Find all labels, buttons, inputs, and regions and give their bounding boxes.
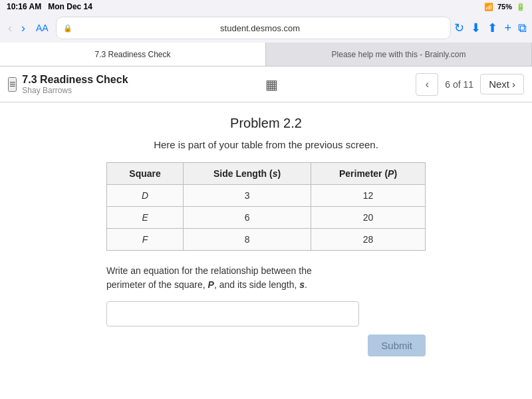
submit-button-container: Submit [173, 334, 426, 356]
data-table: Square Side Length (s) Perimeter (P) D31… [106, 162, 426, 251]
table-cell-perimeter: 12 [311, 185, 426, 207]
browser-back-button[interactable]: ‹ [5, 20, 15, 37]
page-counter: 6 of 11 [442, 79, 476, 90]
header-subtitle: Shay Barrows [22, 86, 128, 95]
content-area: Problem 2.2 Here is part of your table f… [0, 102, 532, 399]
table-cell-square: F [107, 229, 184, 251]
status-bar: 10:16 AM Mon Dec 14 📶 75% 🔋 [0, 0, 532, 13]
table-header-square: Square [107, 163, 184, 185]
share-button[interactable]: ⬆ [487, 21, 497, 35]
table-cell-side: 8 [184, 229, 311, 251]
equation-prompt: Write an equation for the relationship b… [106, 264, 426, 292]
status-left: 10:16 AM Mon Dec 14 [7, 2, 92, 11]
wifi-icon: 📶 [484, 3, 493, 11]
battery-icon: 🔋 [516, 3, 525, 11]
table-header-side: Side Length (s) [184, 163, 311, 185]
header-left: ≡ 7.3 Readiness Check Shay Barrows [8, 74, 128, 95]
calculator-icon[interactable]: ▦ [265, 76, 278, 92]
problem-title: Problem 2.2 [20, 116, 512, 131]
lock-icon: 🔒 [63, 24, 72, 33]
reader-mode-button[interactable]: AA [32, 21, 53, 35]
page-header: ≡ 7.3 Readiness Check Shay Barrows ▦ ‹ 6… [0, 66, 532, 102]
table-cell-perimeter: 20 [311, 207, 426, 229]
equation-section: Write an equation for the relationship b… [106, 264, 426, 356]
toolbar-icons: ↻ ⬇ ⬆ + ⧉ [454, 21, 527, 35]
status-right: 📶 75% 🔋 [484, 3, 525, 11]
address-bar[interactable]: 🔒 student.desmos.com [57, 17, 451, 39]
next-button-label: Next [489, 78, 509, 90]
new-tab-button[interactable]: + [504, 21, 511, 35]
url-text: student.desmos.com [76, 23, 444, 33]
next-arrow-icon: › [512, 78, 515, 90]
battery-indicator: 75% [497, 3, 512, 11]
problem-description: Here is part of your table from the prev… [20, 139, 512, 150]
reload-button[interactable]: ↻ [454, 21, 464, 35]
prev-page-button[interactable]: ‹ [416, 73, 438, 96]
tabs-bar: 7.3 Readiness Check Please help me with … [0, 43, 532, 66]
browser-chrome: ‹ › AA 🔒 student.desmos.com ↻ ⬇ ⬆ + ⧉ [0, 13, 532, 43]
header-right: ‹ 6 of 11 Next › [416, 73, 524, 96]
tab-readiness-check[interactable]: 7.3 Readiness Check [0, 43, 266, 66]
tab-brainly-label: Please help me with this - Brainly.com [332, 50, 466, 59]
tabs-button[interactable]: ⧉ [518, 21, 527, 35]
table-cell-side: 3 [184, 185, 311, 207]
submit-button[interactable]: Submit [368, 334, 426, 356]
table-cell-square: E [107, 207, 184, 229]
next-button[interactable]: Next › [480, 74, 524, 94]
table-cell-perimeter: 28 [311, 229, 426, 251]
status-day: Mon Dec 14 [48, 2, 92, 11]
tab-brainly[interactable]: Please help me with this - Brainly.com [266, 43, 532, 66]
table-cell-side: 6 [184, 207, 311, 229]
table-cell-square: D [107, 185, 184, 207]
table-header-perimeter: Perimeter (P) [311, 163, 426, 185]
equation-input[interactable] [106, 301, 359, 327]
status-time: 10:16 AM [7, 2, 41, 11]
header-title: 7.3 Readiness Check [22, 74, 128, 86]
download-button[interactable]: ⬇ [471, 21, 481, 35]
browser-forward-button[interactable]: › [19, 20, 28, 37]
tab-readiness-label: 7.3 Readiness Check [94, 50, 170, 59]
menu-button[interactable]: ≡ [8, 77, 17, 92]
header-title-block: 7.3 Readiness Check Shay Barrows [22, 74, 128, 95]
